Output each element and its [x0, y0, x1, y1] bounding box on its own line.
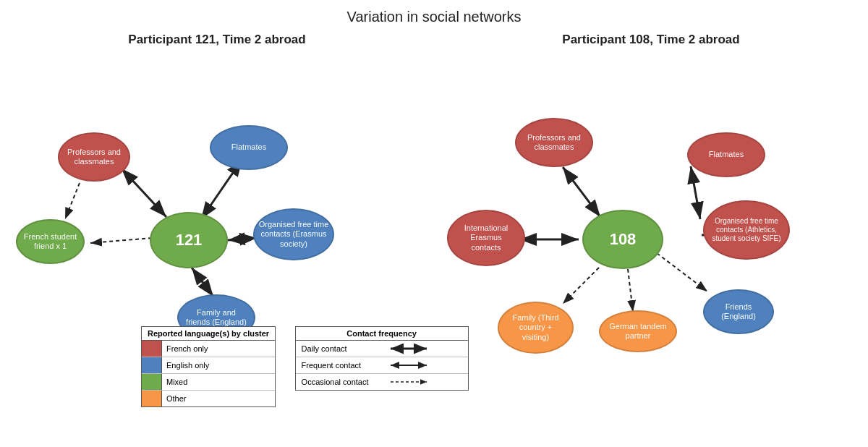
flatmates1-node: Flatmates [210, 125, 288, 170]
frequency-legend-title: Contact frequency [296, 327, 468, 341]
freq-row-daily: Daily contact [296, 341, 468, 357]
center1-node: 121 [150, 212, 228, 268]
freq-label-occasional: Occasional contact [302, 378, 381, 386]
svg-line-16 [691, 166, 700, 219]
freq-label-frequent: Frequent contact [302, 361, 381, 370]
erasmus2-node: InternationalErasmuscontacts [447, 210, 525, 266]
svg-line-21 [657, 253, 707, 291]
family2-node: Family (Thirdcountry +visiting) [498, 302, 574, 354]
svg-line-8 [90, 238, 152, 243]
diagram2-title: Participant 108, Time 2 abroad [434, 25, 868, 47]
legend-row-mixed: Mixed [142, 374, 275, 391]
main-title: Variation in social networks [0, 0, 868, 25]
legend-row-other: Other [142, 391, 275, 406]
freq-row-frequent: Frequent contact [296, 357, 468, 374]
occasional-arrow-icon [387, 376, 430, 388]
freq-row-occasional: Occasional contact [296, 374, 468, 390]
diagram1-title: Participant 121, Time 2 abroad [0, 25, 434, 47]
svg-line-9 [65, 183, 80, 219]
legend-label-mixed: Mixed [162, 376, 227, 388]
legend-label-english: English only [162, 359, 227, 371]
legend-label-french: French only [162, 343, 227, 354]
language-legend: Reported language(s) by cluster French o… [141, 326, 276, 407]
profs1-node: Professors andclassmates [58, 132, 130, 182]
freq-label-daily: Daily contact [302, 344, 381, 353]
german2-node: German tandempartner [599, 310, 677, 352]
legend-row-french: French only [142, 341, 275, 357]
legend-label-other: Other [162, 393, 227, 404]
organised1-node: Organised free timecontacts (Erasmussoci… [253, 208, 334, 260]
svg-line-7 [192, 268, 213, 297]
svg-line-15 [563, 167, 600, 217]
language-legend-title: Reported language(s) by cluster [142, 327, 275, 341]
svg-line-19 [563, 268, 599, 304]
profs2-node: Professors andclassmates [515, 118, 593, 167]
legend-container: Reported language(s) by cluster French o… [141, 326, 469, 407]
frequent-arrow-icon [387, 359, 430, 371]
diagram2: Participant 108, Time 2 abroad [434, 25, 868, 416]
frequency-legend: Contact frequency Daily contact Frequent… [295, 326, 469, 391]
flatmates2-node: Flatmates [687, 132, 765, 177]
svg-line-20 [628, 269, 633, 312]
svg-line-6 [228, 238, 257, 240]
organised2-node: Organised free timecontacts (Athletics,s… [703, 200, 790, 260]
legend-row-english: English only [142, 357, 275, 374]
french1-node: French studentfriend x 1 [16, 219, 85, 264]
center2-node: 108 [582, 210, 663, 269]
svg-line-4 [122, 169, 166, 217]
friends2-node: Friends(England) [703, 289, 774, 334]
daily-arrow-icon [387, 343, 430, 354]
